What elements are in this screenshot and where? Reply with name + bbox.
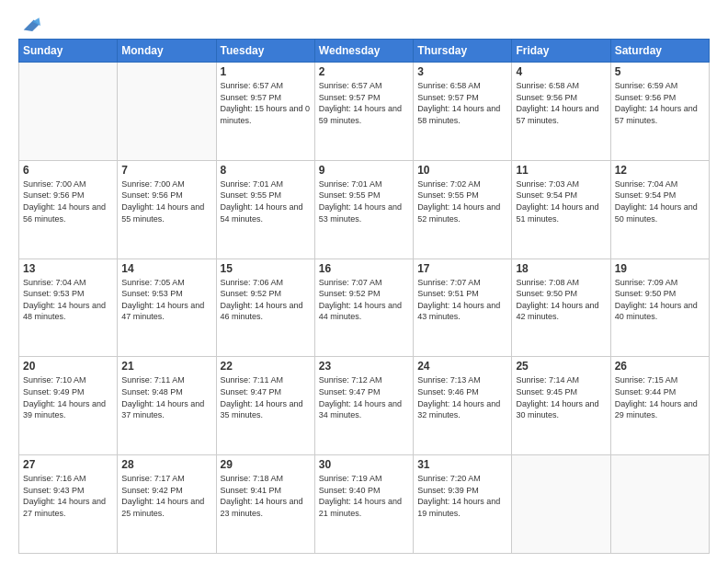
day-number: 6 <box>23 164 113 177</box>
calendar-day-cell <box>19 63 118 161</box>
calendar-day-cell: 4Sunrise: 6:58 AMSunset: 9:56 PMDaylight… <box>512 63 610 161</box>
day-info: Sunrise: 7:14 AMSunset: 9:45 PMDaylight:… <box>516 374 606 420</box>
day-info: Sunrise: 7:00 AMSunset: 9:56 PMDaylight:… <box>121 178 211 224</box>
calendar-day-cell <box>512 455 610 554</box>
weekday-header: Monday <box>118 40 216 63</box>
calendar-day-cell: 13Sunrise: 7:04 AMSunset: 9:53 PMDayligh… <box>19 259 118 357</box>
calendar-day-cell: 17Sunrise: 7:07 AMSunset: 9:51 PMDayligh… <box>414 259 512 357</box>
day-info: Sunrise: 6:57 AMSunset: 9:57 PMDaylight:… <box>221 80 311 126</box>
day-number: 25 <box>516 360 606 373</box>
weekday-header: Wednesday <box>314 40 413 63</box>
day-number: 20 <box>23 360 113 373</box>
weekday-header: Tuesday <box>216 40 314 63</box>
calendar-day-cell: 10Sunrise: 7:02 AMSunset: 9:55 PMDayligh… <box>414 160 512 259</box>
day-number: 26 <box>615 360 705 373</box>
day-number: 10 <box>417 164 507 177</box>
day-info: Sunrise: 7:11 AMSunset: 9:47 PMDaylight:… <box>221 374 311 420</box>
calendar-day-cell: 6Sunrise: 7:00 AMSunset: 9:56 PMDaylight… <box>19 160 118 259</box>
day-info: Sunrise: 7:18 AMSunset: 9:41 PMDaylight:… <box>221 473 311 519</box>
calendar-day-cell: 2Sunrise: 6:57 AMSunset: 9:57 PMDaylight… <box>314 63 413 161</box>
calendar-day-cell: 25Sunrise: 7:14 AMSunset: 9:45 PMDayligh… <box>512 357 610 455</box>
calendar-day-cell: 5Sunrise: 6:59 AMSunset: 9:56 PMDaylight… <box>610 63 709 161</box>
calendar-week-row: 6Sunrise: 7:00 AMSunset: 9:56 PMDaylight… <box>19 160 710 259</box>
calendar-day-cell: 3Sunrise: 6:58 AMSunset: 9:57 PMDaylight… <box>414 63 512 161</box>
day-number: 9 <box>319 164 409 177</box>
calendar-day-cell: 7Sunrise: 7:00 AMSunset: 9:56 PMDaylight… <box>118 160 216 259</box>
calendar-day-cell: 23Sunrise: 7:12 AMSunset: 9:47 PMDayligh… <box>314 357 413 455</box>
day-info: Sunrise: 7:00 AMSunset: 9:56 PMDaylight:… <box>23 178 113 224</box>
calendar-day-cell: 1Sunrise: 6:57 AMSunset: 9:57 PMDaylight… <box>216 63 314 161</box>
day-info: Sunrise: 7:08 AMSunset: 9:50 PMDaylight:… <box>516 277 606 323</box>
day-info: Sunrise: 7:17 AMSunset: 9:42 PMDaylight:… <box>121 473 211 519</box>
day-number: 13 <box>23 262 113 275</box>
day-number: 29 <box>221 458 311 471</box>
calendar-day-cell: 22Sunrise: 7:11 AMSunset: 9:47 PMDayligh… <box>216 357 314 455</box>
calendar-day-cell: 29Sunrise: 7:18 AMSunset: 9:41 PMDayligh… <box>216 455 314 554</box>
day-number: 14 <box>121 262 211 275</box>
day-info: Sunrise: 6:59 AMSunset: 9:56 PMDaylight:… <box>615 80 705 126</box>
day-number: 2 <box>319 65 409 78</box>
calendar-day-cell: 30Sunrise: 7:19 AMSunset: 9:40 PMDayligh… <box>314 455 413 554</box>
day-number: 31 <box>417 458 507 471</box>
day-info: Sunrise: 7:16 AMSunset: 9:43 PMDaylight:… <box>23 473 113 519</box>
day-info: Sunrise: 6:58 AMSunset: 9:57 PMDaylight:… <box>417 80 507 126</box>
calendar-day-cell: 12Sunrise: 7:04 AMSunset: 9:54 PMDayligh… <box>610 160 709 259</box>
day-number: 19 <box>615 262 705 275</box>
day-number: 1 <box>221 65 311 78</box>
calendar-day-cell: 19Sunrise: 7:09 AMSunset: 9:50 PMDayligh… <box>610 259 709 357</box>
day-number: 18 <box>516 262 606 275</box>
day-number: 7 <box>121 164 211 177</box>
calendar-day-cell: 18Sunrise: 7:08 AMSunset: 9:50 PMDayligh… <box>512 259 610 357</box>
day-info: Sunrise: 7:07 AMSunset: 9:51 PMDaylight:… <box>417 277 507 323</box>
page: SundayMondayTuesdayWednesdayThursdayFrid… <box>0 0 728 563</box>
calendar-day-cell: 26Sunrise: 7:15 AMSunset: 9:44 PMDayligh… <box>610 357 709 455</box>
calendar-day-cell: 8Sunrise: 7:01 AMSunset: 9:55 PMDaylight… <box>216 160 314 259</box>
day-number: 8 <box>221 164 311 177</box>
day-number: 15 <box>221 262 311 275</box>
calendar-day-cell: 11Sunrise: 7:03 AMSunset: 9:54 PMDayligh… <box>512 160 610 259</box>
calendar-day-cell: 28Sunrise: 7:17 AMSunset: 9:42 PMDayligh… <box>118 455 216 554</box>
header <box>18 15 710 31</box>
weekday-header: Friday <box>512 40 610 63</box>
day-info: Sunrise: 7:13 AMSunset: 9:46 PMDaylight:… <box>417 374 507 420</box>
day-number: 30 <box>319 458 409 471</box>
weekday-header: Saturday <box>610 40 709 63</box>
day-number: 4 <box>516 65 606 78</box>
day-number: 28 <box>121 458 211 471</box>
day-info: Sunrise: 7:12 AMSunset: 9:47 PMDaylight:… <box>319 374 409 420</box>
logo-icon <box>20 15 40 35</box>
day-number: 23 <box>319 360 409 373</box>
calendar-week-row: 1Sunrise: 6:57 AMSunset: 9:57 PMDaylight… <box>19 63 710 161</box>
calendar-day-cell: 14Sunrise: 7:05 AMSunset: 9:53 PMDayligh… <box>118 259 216 357</box>
day-info: Sunrise: 7:20 AMSunset: 9:39 PMDaylight:… <box>417 473 507 519</box>
calendar-table: SundayMondayTuesdayWednesdayThursdayFrid… <box>18 39 710 554</box>
day-info: Sunrise: 7:04 AMSunset: 9:53 PMDaylight:… <box>23 277 113 323</box>
day-number: 16 <box>319 262 409 275</box>
day-info: Sunrise: 6:57 AMSunset: 9:57 PMDaylight:… <box>319 80 409 126</box>
day-number: 12 <box>615 164 705 177</box>
day-info: Sunrise: 7:10 AMSunset: 9:49 PMDaylight:… <box>23 374 113 420</box>
day-info: Sunrise: 7:03 AMSunset: 9:54 PMDaylight:… <box>516 178 606 224</box>
day-number: 24 <box>417 360 507 373</box>
day-number: 22 <box>221 360 311 373</box>
day-info: Sunrise: 7:02 AMSunset: 9:55 PMDaylight:… <box>417 178 507 224</box>
calendar-day-cell: 9Sunrise: 7:01 AMSunset: 9:55 PMDaylight… <box>314 160 413 259</box>
day-info: Sunrise: 7:04 AMSunset: 9:54 PMDaylight:… <box>615 178 705 224</box>
calendar-day-cell: 21Sunrise: 7:11 AMSunset: 9:48 PMDayligh… <box>118 357 216 455</box>
weekday-header: Thursday <box>414 40 512 63</box>
day-info: Sunrise: 7:19 AMSunset: 9:40 PMDaylight:… <box>319 473 409 519</box>
day-number: 17 <box>417 262 507 275</box>
day-info: Sunrise: 7:15 AMSunset: 9:44 PMDaylight:… <box>615 374 705 420</box>
calendar-header-row: SundayMondayTuesdayWednesdayThursdayFrid… <box>19 40 710 63</box>
day-number: 11 <box>516 164 606 177</box>
calendar-day-cell <box>118 63 216 161</box>
calendar-day-cell: 27Sunrise: 7:16 AMSunset: 9:43 PMDayligh… <box>19 455 118 554</box>
day-info: Sunrise: 7:06 AMSunset: 9:52 PMDaylight:… <box>221 277 311 323</box>
day-info: Sunrise: 7:01 AMSunset: 9:55 PMDaylight:… <box>319 178 409 224</box>
calendar-day-cell <box>610 455 709 554</box>
day-info: Sunrise: 7:07 AMSunset: 9:52 PMDaylight:… <box>319 277 409 323</box>
day-info: Sunrise: 7:01 AMSunset: 9:55 PMDaylight:… <box>221 178 311 224</box>
calendar-day-cell: 31Sunrise: 7:20 AMSunset: 9:39 PMDayligh… <box>414 455 512 554</box>
logo <box>18 15 40 31</box>
calendar-day-cell: 15Sunrise: 7:06 AMSunset: 9:52 PMDayligh… <box>216 259 314 357</box>
